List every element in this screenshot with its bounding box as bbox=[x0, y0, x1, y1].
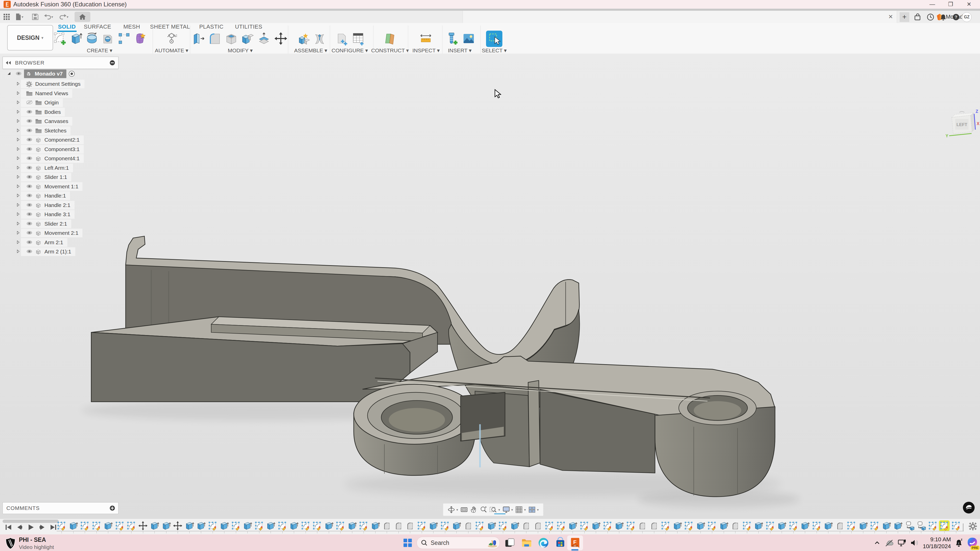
browser-root-item[interactable]: Monado v7 bbox=[3, 70, 75, 78]
activate-component-radio[interactable] bbox=[68, 70, 75, 77]
timeline-item-extrude[interactable] bbox=[452, 521, 461, 530]
timeline-item-sketch[interactable] bbox=[626, 521, 636, 530]
expand-icon[interactable] bbox=[16, 110, 21, 114]
timeline-item-sketch[interactable] bbox=[312, 521, 322, 530]
visibility-eye-icon[interactable] bbox=[26, 230, 33, 236]
expand-icon[interactable] bbox=[16, 175, 21, 179]
visibility-eye-icon[interactable] bbox=[26, 109, 33, 115]
timeline-item-extrude[interactable] bbox=[289, 521, 299, 530]
visibility-eye-icon[interactable] bbox=[26, 221, 33, 227]
timeline-item-sketch[interactable] bbox=[661, 521, 670, 530]
step-back-icon[interactable] bbox=[16, 524, 24, 531]
timeline-item-extrude[interactable] bbox=[695, 521, 705, 530]
timeline-item-sketch[interactable] bbox=[126, 521, 136, 530]
timeline-item-extrude[interactable] bbox=[800, 521, 810, 530]
timeline-item-extrude[interactable] bbox=[219, 521, 229, 530]
browser-item-sketches[interactable]: Sketches bbox=[3, 126, 70, 135]
panel-expand-icon[interactable] bbox=[108, 504, 116, 512]
timeline-item-sketch[interactable] bbox=[254, 521, 264, 530]
panel-minimize-icon[interactable] bbox=[108, 59, 116, 67]
fit-icon[interactable] bbox=[489, 506, 497, 514]
timeline-item-fillet[interactable] bbox=[638, 521, 647, 530]
timeline-item-fillet[interactable] bbox=[730, 521, 740, 530]
timeline-position-marker[interactable] bbox=[963, 524, 963, 531]
browser-item-arm-2-1-1[interactable]: Arm 2 (1):1 bbox=[3, 247, 75, 256]
expand-icon[interactable] bbox=[16, 249, 21, 254]
ribbon-tab-plastic[interactable]: PLASTIC bbox=[199, 24, 223, 30]
browser-item-origin[interactable]: Origin bbox=[3, 98, 63, 107]
visibility-eye-icon[interactable] bbox=[26, 249, 33, 254]
timeline-item-extrude[interactable] bbox=[487, 521, 496, 530]
visibility-eye-icon[interactable] bbox=[26, 137, 33, 143]
expand-icon[interactable] bbox=[16, 137, 21, 142]
browser-item-arm-2-1[interactable]: Arm 2:1 bbox=[3, 238, 67, 247]
zoom-icon[interactable] bbox=[479, 506, 488, 514]
timeline-item-sketch[interactable] bbox=[417, 521, 426, 530]
timeline-item-extrude[interactable] bbox=[161, 521, 171, 530]
browser-item-handle-1[interactable]: Handle:1 bbox=[3, 191, 70, 200]
expand-icon[interactable] bbox=[16, 156, 21, 161]
edge-browser-icon[interactable] bbox=[538, 537, 549, 549]
expand-icon[interactable] bbox=[16, 165, 21, 170]
onedrive-paused-icon[interactable] bbox=[885, 539, 894, 547]
expand-icon[interactable] bbox=[16, 203, 21, 208]
visibility-eye-icon[interactable] bbox=[26, 128, 33, 133]
browser-item-handle-3-1[interactable]: Handle 3:1 bbox=[3, 210, 75, 219]
timeline-item-extrude[interactable] bbox=[371, 521, 380, 530]
timeline-item-sketch[interactable] bbox=[707, 521, 717, 530]
step-forward-icon[interactable] bbox=[38, 524, 46, 531]
timeline-item-extrude[interactable] bbox=[858, 521, 868, 530]
pan-icon[interactable] bbox=[470, 506, 478, 514]
visibility-eye-icon[interactable] bbox=[26, 193, 33, 198]
notifications-bell-icon[interactable] bbox=[939, 12, 948, 22]
timeline-item-extrude[interactable] bbox=[568, 521, 578, 530]
job-status-icon[interactable] bbox=[926, 12, 935, 22]
timeline-item-extrude[interactable] bbox=[103, 521, 113, 530]
save-icon[interactable] bbox=[31, 12, 40, 21]
timeline-item-move[interactable] bbox=[138, 521, 148, 530]
expand-icon[interactable] bbox=[16, 119, 21, 124]
undo-icon[interactable]: ▾ bbox=[44, 12, 53, 21]
timeline-item-extrude[interactable] bbox=[672, 521, 682, 530]
timeline-item-sketch[interactable] bbox=[475, 521, 485, 530]
timeline-item-fillet[interactable] bbox=[533, 521, 543, 530]
fusion-360-taskbar-icon[interactable]: F 360 bbox=[569, 537, 581, 549]
timeline-item-sketch[interactable] bbox=[603, 521, 612, 530]
timeline-item-sketch[interactable] bbox=[359, 521, 368, 530]
timeline-item-sketch[interactable] bbox=[336, 521, 345, 530]
ribbon-tab-surface[interactable]: SURFACE bbox=[84, 24, 111, 30]
timeline-item-extrude[interactable] bbox=[591, 521, 601, 530]
minimize-button[interactable]: — bbox=[925, 0, 939, 9]
ribbon-tab-sheet-metal[interactable]: SHEET METAL bbox=[150, 24, 190, 30]
app-grid-icon[interactable] bbox=[2, 12, 11, 21]
microsoft-store-icon[interactable] bbox=[554, 537, 566, 549]
browser-item-bodies[interactable]: Bodies bbox=[3, 108, 65, 116]
browser-panel-header[interactable]: BROWSER bbox=[3, 57, 118, 69]
visibility-eye-off-icon[interactable] bbox=[26, 100, 33, 105]
tab-close-icon[interactable]: ✕ bbox=[887, 13, 894, 21]
timeline-item-sketch[interactable] bbox=[789, 521, 798, 530]
file-menu-icon[interactable]: ▾ bbox=[15, 12, 24, 21]
redo-icon[interactable]: ▾ bbox=[59, 12, 68, 21]
visibility-eye-icon[interactable] bbox=[26, 118, 33, 124]
browser-item-component3-1[interactable]: Component3:1 bbox=[3, 145, 84, 154]
close-button[interactable]: ✕ bbox=[962, 0, 976, 9]
timeline-item-extrude[interactable] bbox=[196, 521, 206, 530]
expand-icon[interactable] bbox=[16, 240, 21, 245]
timeline-item-sketch[interactable] bbox=[579, 521, 589, 530]
expand-icon[interactable] bbox=[16, 91, 21, 96]
file-explorer-icon[interactable] bbox=[521, 537, 533, 549]
browser-item-movement-1-1[interactable]: Movement 1:1 bbox=[3, 182, 83, 191]
timeline-item-sketch[interactable] bbox=[301, 521, 310, 530]
timeline-item-fillet[interactable] bbox=[405, 521, 415, 530]
timeline-item-fillet[interactable] bbox=[521, 521, 531, 530]
visibility-eye-icon[interactable] bbox=[26, 156, 33, 161]
timeline-item-sketch-selected[interactable] bbox=[939, 521, 949, 530]
timeline-item-sketch[interactable] bbox=[951, 521, 961, 530]
restore-button[interactable]: ❐ bbox=[943, 0, 958, 9]
timeline-item-sketch[interactable] bbox=[928, 521, 938, 530]
browser-item-slider-2-1[interactable]: Slider 2:1 bbox=[3, 219, 71, 228]
network-display-icon[interactable] bbox=[897, 539, 907, 547]
news-widget[interactable]: PHI - SEA Video highlight bbox=[5, 537, 54, 550]
timeline-item-sketch[interactable] bbox=[544, 521, 554, 530]
